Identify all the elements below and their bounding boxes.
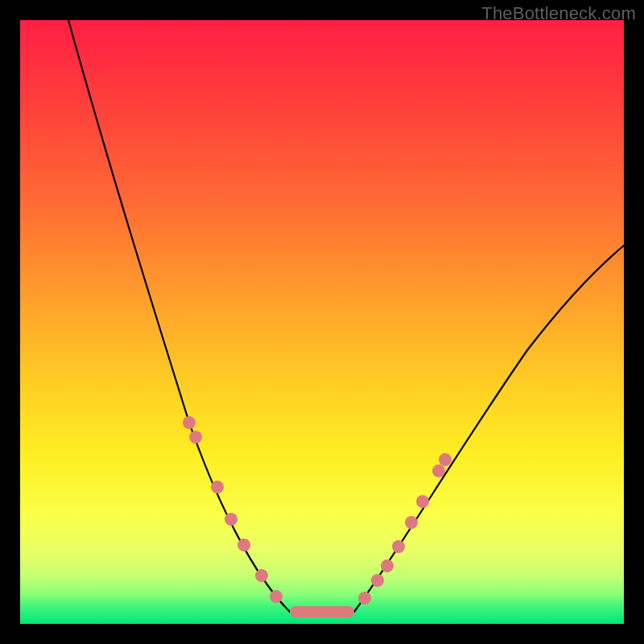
marker-dot bbox=[405, 516, 418, 529]
marker-dot bbox=[183, 416, 196, 429]
marker-dot bbox=[225, 513, 237, 526]
marker-dot bbox=[439, 453, 452, 466]
plot-area bbox=[20, 20, 624, 624]
marker-dot bbox=[371, 574, 384, 587]
marker-dot bbox=[381, 559, 394, 572]
marker-dot bbox=[237, 539, 250, 551]
marker-dot bbox=[416, 495, 429, 508]
watermark-text: TheBottleneck.com bbox=[481, 3, 636, 24]
valley-flat-segment bbox=[290, 606, 354, 617]
curve-right-branch bbox=[354, 246, 624, 612]
marker-dot bbox=[270, 590, 283, 603]
chart-frame: TheBottleneck.com bbox=[0, 0, 644, 644]
marker-dot bbox=[358, 592, 371, 605]
marker-dot bbox=[392, 540, 405, 553]
marker-dot bbox=[255, 569, 268, 582]
curve-left-branch bbox=[68, 20, 290, 612]
marker-dot bbox=[189, 431, 202, 444]
marker-dot bbox=[432, 464, 445, 477]
marker-dot bbox=[211, 481, 224, 493]
curve-layer bbox=[20, 20, 624, 624]
